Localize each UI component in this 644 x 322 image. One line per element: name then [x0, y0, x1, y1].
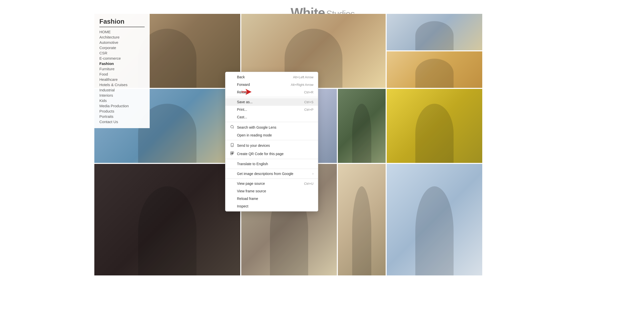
nav-item-portraits[interactable]: Portraits	[99, 114, 145, 119]
back-label: Back	[237, 75, 245, 79]
image_desc-label: Get image descriptions from Google	[237, 172, 293, 176]
menu-item-create_qr[interactable]: Create QR Code for this page	[225, 150, 318, 158]
view_source-label: View page source	[237, 182, 265, 186]
svg-rect-5	[231, 152, 232, 153]
nav-item-e-commerce[interactable]: E-commerce	[99, 56, 145, 61]
menu-item-image_desc[interactable]: Get image descriptions from Google›	[225, 170, 318, 177]
nav-item-corporate[interactable]: Corporate	[99, 45, 145, 50]
browser-window: WhiteStudios Fashion HOMEArchitectureAut…	[0, 0, 644, 322]
svg-rect-3	[231, 143, 233, 147]
nav-list: HOMEArchitectureAutomotiveCorporateCSRE-…	[99, 29, 145, 124]
menu-item-view_source[interactable]: View page sourceCtrl+U	[225, 180, 318, 187]
forward-icon	[230, 83, 234, 87]
nav-item-products[interactable]: Products	[99, 109, 145, 114]
svg-marker-0	[242, 89, 252, 95]
create_qr-label: Create QR Code for this page	[237, 152, 284, 156]
image_desc-submenu-arrow: ›	[312, 172, 313, 175]
menu-divider	[225, 159, 318, 159]
reload_frame-icon	[230, 197, 234, 201]
save_as-shortcut: Ctrl+S	[304, 100, 313, 104]
nav-item-media-production[interactable]: Media Production	[99, 103, 145, 109]
save_as-icon	[230, 100, 234, 104]
svg-rect-8	[232, 154, 233, 154]
menu-divider	[225, 122, 318, 122]
translate-icon	[230, 162, 234, 166]
cast-icon	[230, 115, 234, 119]
photo-cell-7	[338, 89, 386, 163]
menu-item-back[interactable]: BackAlt+Left Arrow	[225, 73, 318, 81]
red-arrow-icon	[242, 87, 252, 97]
print-shortcut: Ctrl+P	[304, 108, 313, 112]
open_reading-icon	[230, 133, 234, 137]
menu-item-cast[interactable]: Cast...	[225, 113, 318, 121]
view_source-icon	[230, 182, 234, 186]
menu-divider	[225, 97, 318, 97]
menu-divider	[225, 140, 318, 140]
svg-point-4	[232, 146, 232, 146]
nav-item-food[interactable]: Food	[99, 71, 145, 77]
photo-cell-8	[387, 89, 482, 163]
view_source-shortcut: Ctrl+U	[304, 182, 313, 186]
print-icon	[230, 108, 234, 112]
nav-item-industrial[interactable]: Industrial	[99, 87, 145, 93]
menu-item-save_as[interactable]: Save as...Ctrl+S	[225, 98, 318, 106]
image_desc-icon	[230, 172, 234, 176]
photo-grid	[94, 14, 644, 322]
menu-item-reload_frame[interactable]: Reload frame	[225, 195, 318, 202]
menu-item-inspect[interactable]: Inspect	[225, 202, 318, 210]
menu-item-translate[interactable]: Translate to English	[225, 160, 318, 168]
reload-shortcut: Ctrl+R	[304, 90, 313, 94]
view_frame-icon	[230, 189, 234, 193]
inspect-label: Inspect	[237, 204, 248, 208]
menu-divider	[225, 178, 318, 179]
forward-label: Forward	[237, 83, 250, 87]
nav-item-hotels--cruises[interactable]: Hotels & Cruises	[99, 82, 145, 87]
nav-item-healthcare[interactable]: Healthcare	[99, 77, 145, 82]
translate-label: Translate to English	[237, 162, 268, 166]
menu-item-reload[interactable]: ReloadCtrl+R	[225, 88, 318, 96]
nav-item-home[interactable]: HOME	[99, 29, 145, 34]
photo-cell-11	[338, 164, 386, 275]
nav-item-csr[interactable]: CSR	[99, 50, 145, 56]
forward-shortcut: Alt+Right Arrow	[291, 83, 313, 87]
search_google_lens-icon	[230, 125, 234, 130]
website-content: WhiteStudios Fashion HOMEArchitectureAut…	[0, 0, 644, 322]
nav-item-fashion[interactable]: Fashion	[99, 61, 145, 66]
cast-label: Cast...	[237, 115, 247, 119]
nav-overlay: Fashion HOMEArchitectureAutomotiveCorpor…	[94, 14, 150, 128]
open_reading-label: Open in reading mode	[237, 133, 272, 137]
menu-item-send_devices[interactable]: Send to your devices	[225, 141, 318, 150]
menu-item-open_reading[interactable]: Open in reading mode	[225, 131, 318, 139]
back-shortcut: Alt+Left Arrow	[293, 75, 313, 79]
menu-divider	[225, 169, 318, 169]
photo-cell-12	[387, 164, 482, 275]
nav-item-architecture[interactable]: Architecture	[99, 34, 145, 40]
nav-item-furniture[interactable]: Furniture	[99, 66, 145, 71]
menu-item-print[interactable]: Print...Ctrl+P	[225, 106, 318, 113]
menu-item-forward[interactable]: ForwardAlt+Right Arrow	[225, 81, 318, 88]
svg-rect-6	[232, 152, 234, 153]
reload-icon	[230, 90, 234, 94]
inspect-icon	[230, 204, 234, 208]
nav-title: Fashion	[99, 18, 145, 27]
photo-cell-3	[387, 14, 482, 50]
nav-item-interiors[interactable]: Interiors	[99, 93, 145, 98]
send_devices-icon	[230, 143, 234, 148]
menu-item-search_google_lens[interactable]: Search with Google Lens	[225, 123, 318, 131]
nav-item-kids[interactable]: Kids	[99, 98, 145, 103]
svg-point-1	[231, 125, 233, 128]
svg-rect-7	[231, 154, 232, 155]
photo-cell-4	[387, 51, 482, 88]
send_devices-label: Send to your devices	[237, 144, 270, 148]
back-icon	[230, 75, 234, 79]
nav-item-contact-us[interactable]: Contact Us	[99, 119, 145, 124]
nav-item-automotive[interactable]: Automotive	[99, 40, 145, 45]
photo-cell-9	[94, 164, 240, 275]
create_qr-icon	[230, 151, 234, 156]
context-menu: BackAlt+Left Arrow ForwardAlt+Right Arro…	[225, 72, 318, 211]
search_google_lens-label: Search with Google Lens	[237, 125, 276, 129]
menu-item-view_frame[interactable]: View frame source	[225, 187, 318, 195]
view_frame-label: View frame source	[237, 189, 266, 193]
reload_frame-label: Reload frame	[237, 197, 258, 201]
save_as-label: Save as...	[237, 100, 253, 104]
